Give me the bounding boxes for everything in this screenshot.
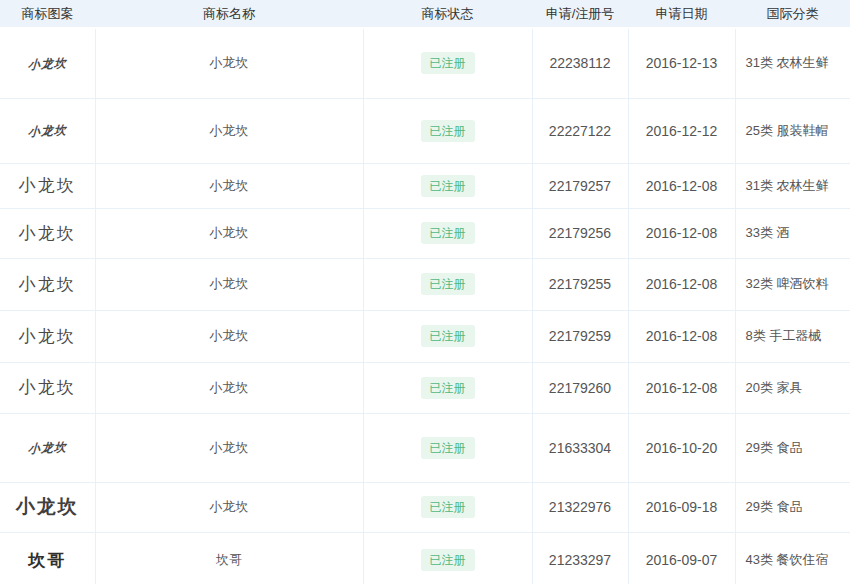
status-badge: 已注册 — [421, 437, 475, 459]
registration-number: 22179259 — [532, 310, 628, 362]
table-row[interactable]: 小龙坎 小龙坎 已注册 22238112 2016-12-13 31类 农林生鲜 — [0, 28, 850, 98]
international-class: 43类 餐饮住宿 — [735, 532, 850, 584]
international-class: 31类 农林生鲜 — [735, 163, 850, 208]
trademark-name: 小龙坎 — [95, 413, 363, 482]
trademark-table: 商标图案 商标名称 商标状态 申请/注册号 申请日期 国际分类 小龙坎 小龙坎 … — [0, 0, 850, 584]
status-badge: 已注册 — [421, 496, 475, 518]
registration-number: 22179256 — [532, 208, 628, 258]
status-badge: 已注册 — [421, 325, 475, 347]
trademark-image: 小龙坎 — [27, 122, 67, 141]
table-row[interactable]: 小龙坎 小龙坎 已注册 22179260 2016-12-08 20类 家具 — [0, 362, 850, 413]
column-header-registration-number: 申请/注册号 — [532, 0, 628, 28]
trademark-image: 小龙坎 — [19, 222, 76, 245]
trademark-name: 小龙坎 — [95, 98, 363, 163]
trademark-image: 小龙坎 — [19, 376, 76, 399]
trademark-name: 小龙坎 — [95, 28, 363, 98]
table-row[interactable]: 小龙坎 小龙坎 已注册 22179259 2016-12-08 8类 手工器械 — [0, 310, 850, 362]
status-badge: 已注册 — [421, 120, 475, 142]
international-class: 33类 酒 — [735, 208, 850, 258]
trademark-list-page: 商标图案 商标名称 商标状态 申请/注册号 申请日期 国际分类 小龙坎 小龙坎 … — [0, 0, 850, 584]
trademark-image: 小龙坎 — [19, 174, 76, 197]
status-badge: 已注册 — [421, 175, 475, 197]
registration-number: 21233297 — [532, 532, 628, 584]
application-date: 2016-12-08 — [628, 258, 735, 310]
application-date: 2016-12-08 — [628, 208, 735, 258]
registration-number: 22179260 — [532, 362, 628, 413]
international-class: 31类 农林生鲜 — [735, 28, 850, 98]
application-date: 2016-12-12 — [628, 98, 735, 163]
column-header-trademark-name: 商标名称 — [95, 0, 363, 28]
application-date: 2016-12-13 — [628, 28, 735, 98]
header-row: 商标图案 商标名称 商标状态 申请/注册号 申请日期 国际分类 — [0, 0, 850, 28]
status-badge: 已注册 — [421, 549, 475, 571]
registration-number: 22227122 — [532, 98, 628, 163]
trademark-name: 小龙坎 — [95, 208, 363, 258]
trademark-image: 小龙坎 — [19, 325, 76, 348]
application-date: 2016-12-08 — [628, 310, 735, 362]
trademark-name: 小龙坎 — [95, 163, 363, 208]
status-badge: 已注册 — [421, 377, 475, 399]
international-class: 29类 食品 — [735, 482, 850, 532]
table-row[interactable]: 小龙坎 小龙坎 已注册 22179257 2016-12-08 31类 农林生鲜 — [0, 163, 850, 208]
trademark-name: 小龙坎 — [95, 362, 363, 413]
column-header-trademark-image: 商标图案 — [0, 0, 95, 28]
registration-number: 22179257 — [532, 163, 628, 208]
trademark-name: 小龙坎 — [95, 310, 363, 362]
column-header-international-class: 国际分类 — [735, 0, 850, 28]
registration-number: 21633304 — [532, 413, 628, 482]
table-row[interactable]: 小龙坎 小龙坎 已注册 22227122 2016-12-12 25类 服装鞋帽 — [0, 98, 850, 163]
application-date: 2016-09-07 — [628, 532, 735, 584]
table-row[interactable]: 小龙坎 小龙坎 已注册 22179256 2016-12-08 33类 酒 — [0, 208, 850, 258]
status-badge: 已注册 — [421, 52, 475, 74]
table-row[interactable]: 坎哥 坎哥 已注册 21233297 2016-09-07 43类 餐饮住宿 — [0, 532, 850, 584]
application-date: 2016-10-20 — [628, 413, 735, 482]
trademark-name: 小龙坎 — [95, 258, 363, 310]
status-badge: 已注册 — [421, 273, 475, 295]
international-class: 8类 手工器械 — [735, 310, 850, 362]
registration-number: 22238112 — [532, 28, 628, 98]
table-row[interactable]: 小龙坎 小龙坎 已注册 22179255 2016-12-08 32类 啤酒饮料 — [0, 258, 850, 310]
international-class: 29类 食品 — [735, 413, 850, 482]
table-row[interactable]: 小龙坎 小龙坎 已注册 21633304 2016-10-20 29类 食品 — [0, 413, 850, 482]
trademark-image: 坎哥 — [28, 549, 66, 572]
status-badge: 已注册 — [421, 222, 475, 244]
trademark-image: 小龙坎 — [16, 494, 79, 520]
international-class: 32类 啤酒饮料 — [735, 258, 850, 310]
column-header-trademark-status: 商标状态 — [363, 0, 532, 28]
trademark-image: 小龙坎 — [27, 439, 67, 458]
application-date: 2016-09-18 — [628, 482, 735, 532]
table-header: 商标图案 商标名称 商标状态 申请/注册号 申请日期 国际分类 — [0, 0, 850, 28]
application-date: 2016-12-08 — [628, 362, 735, 413]
trademark-image: 小龙坎 — [27, 55, 67, 74]
international-class: 25类 服装鞋帽 — [735, 98, 850, 163]
registration-number: 21322976 — [532, 482, 628, 532]
table-row[interactable]: 小龙坎 小龙坎 已注册 21322976 2016-09-18 29类 食品 — [0, 482, 850, 532]
column-header-application-date: 申请日期 — [628, 0, 735, 28]
international-class: 20类 家具 — [735, 362, 850, 413]
trademark-name: 小龙坎 — [95, 482, 363, 532]
registration-number: 22179255 — [532, 258, 628, 310]
trademark-image: 小龙坎 — [19, 273, 76, 296]
trademark-name: 坎哥 — [95, 532, 363, 584]
application-date: 2016-12-08 — [628, 163, 735, 208]
